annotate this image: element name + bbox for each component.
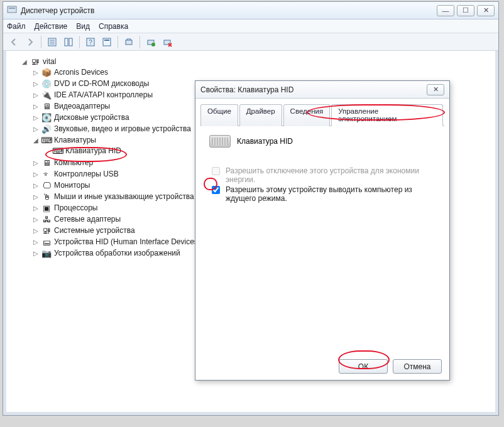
menu-bar: Файл Действие Вид Справка [3, 19, 498, 33]
device-category-icon: 🖴 [41, 237, 52, 247]
svg-rect-6 [65, 38, 68, 46]
tree-item-label: Дисковые устройства [54, 113, 129, 122]
allow-turn-off-checkbox [212, 167, 220, 175]
device-category-icon: 🖥 [41, 158, 52, 168]
tab-strip: Общие Драйвер Сведения Управление электр… [200, 104, 444, 126]
allow-wake-row[interactable]: Разрешить этому устройству выводить комп… [209, 185, 436, 203]
toolbar-enable-icon[interactable] [144, 35, 158, 49]
tree-item-label: Устройства обработки изображений [54, 249, 180, 257]
expand-icon[interactable]: ▷ [32, 205, 39, 212]
allow-turn-off-label: Разрешить отключение этого устройства дл… [226, 166, 436, 184]
device-category-icon: 🖳 [41, 225, 52, 235]
svg-rect-10 [103, 38, 111, 46]
ok-button[interactable]: ОК [339, 359, 388, 374]
cancel-button[interactable]: Отмена [393, 359, 442, 374]
tree-item-label: Мониторы [54, 181, 90, 190]
toolbar-detail-icon[interactable] [45, 35, 59, 49]
tree-item-label: Видеоадаптеры [54, 102, 110, 111]
tab-power-management[interactable]: Управление электропитанием [331, 104, 443, 126]
tree-item-label: DVD и CD-ROM дисководы [54, 79, 149, 88]
back-button[interactable] [7, 35, 21, 49]
tree-item-label: Системные устройства [54, 226, 135, 235]
toolbar-disable-icon[interactable] [160, 35, 174, 49]
menu-file[interactable]: Файл [7, 22, 26, 31]
tree-item-label: Устройства HID (Human Interface Devices) [54, 237, 200, 246]
forward-button[interactable] [23, 35, 37, 49]
device-category-icon: 🖥 [41, 101, 52, 111]
tree-item-label: IDE ATA/ATAPI контроллеры [54, 90, 153, 99]
tree-item-label: Клавиатуры [54, 136, 96, 144]
tab-general[interactable]: Общие [200, 104, 238, 126]
expand-icon[interactable]: ▷ [32, 159, 39, 166]
tree-root[interactable]: ◢ 🖳 vital [21, 57, 492, 67]
toolbar-list-icon[interactable] [62, 35, 75, 49]
tab-driver[interactable]: Драйвер [239, 104, 282, 126]
svg-point-14 [151, 43, 155, 46]
tree-item-label: Процессоры [54, 203, 98, 212]
device-category-icon: ⌨ [41, 135, 52, 145]
dialog-title: Свойства: Клавиатура HID [200, 85, 293, 94]
toolbar-properties-icon[interactable] [100, 35, 114, 49]
device-category-icon: ▣ [41, 203, 52, 213]
properties-dialog: Свойства: Клавиатура HID ✕ Общие Драйвер… [195, 80, 450, 381]
allow-wake-label: Разрешить этому устройству выводить комп… [226, 185, 436, 203]
toolbar-help-icon[interactable]: ? [84, 35, 97, 49]
tree-root-label: vital [43, 57, 56, 66]
device-icon: ⌨ [53, 146, 63, 156]
tree-item-label: Сетевые адаптеры [54, 215, 121, 224]
device-category-icon: 💿 [41, 78, 52, 89]
expand-icon[interactable]: ▷ [32, 227, 39, 234]
collapse-icon[interactable]: ◢ [32, 137, 39, 144]
svg-rect-1 [9, 8, 15, 9]
collapse-icon[interactable]: ◢ [21, 58, 28, 65]
expand-icon[interactable]: ▷ [32, 239, 39, 246]
minimize-button[interactable]: — [437, 5, 454, 16]
expand-icon[interactable]: ▷ [32, 216, 39, 223]
tab-panel-power: Клавиатура HID Разрешить отключение этог… [200, 126, 444, 360]
tab-details[interactable]: Сведения [283, 104, 331, 126]
device-category-icon: 🖵 [41, 180, 52, 190]
svg-rect-12 [126, 40, 132, 45]
device-category-icon: 🖱 [41, 192, 52, 202]
close-button[interactable]: ✕ [477, 5, 495, 16]
maximize-button[interactable]: ☐ [457, 5, 474, 16]
svg-rect-7 [69, 38, 72, 46]
expand-icon[interactable]: ▷ [32, 92, 39, 99]
expand-icon[interactable]: ▷ [32, 182, 39, 189]
tree-item-label: Мыши и иные указывающие устройства [54, 192, 194, 201]
allow-wake-checkbox[interactable] [212, 186, 220, 194]
expand-icon[interactable]: ▷ [32, 250, 39, 257]
dialog-close-button[interactable]: ✕ [427, 84, 444, 95]
tree-item-label: Клавиатура HID [65, 146, 121, 155]
device-category-icon: 📷 [41, 248, 52, 258]
expand-icon[interactable]: ▷ [32, 126, 39, 132]
device-category-icon: 💽 [41, 112, 52, 122]
device-category-icon: 🔌 [41, 90, 52, 100]
expand-icon[interactable]: ▷ [32, 171, 39, 178]
svg-rect-0 [8, 6, 16, 13]
window-icon [7, 4, 17, 16]
toolbar-scan-icon[interactable] [122, 35, 136, 49]
tree-item-label: Контроллеры USB [54, 170, 119, 178]
window-title: Диспетчер устройств [21, 6, 94, 15]
expand-icon[interactable]: ▷ [32, 114, 39, 121]
expand-icon[interactable]: ▷ [32, 69, 39, 76]
menu-view[interactable]: Вид [76, 22, 90, 31]
toolbar: ? [3, 33, 498, 51]
device-category-icon: 🖧 [41, 214, 52, 224]
device-category-icon: 🔊 [41, 124, 52, 134]
expand-icon[interactable]: ▷ [32, 80, 39, 87]
device-category-icon: 📦 [41, 67, 52, 77]
titlebar[interactable]: Диспетчер устройств — ☐ ✕ [3, 2, 498, 19]
tree-item-label: Acronis Devices [54, 68, 108, 77]
svg-rect-11 [104, 40, 109, 41]
tree-item[interactable]: ▷ 📦 Acronis Devices [32, 67, 492, 77]
tree-item-label: Компьютер [54, 158, 93, 167]
menu-help[interactable]: Справка [99, 22, 128, 31]
device-category-icon: ᯤ [41, 169, 52, 179]
expand-icon[interactable]: ▷ [32, 193, 39, 200]
allow-turn-off-row: Разрешить отключение этого устройства дл… [209, 166, 436, 184]
expand-icon[interactable]: ▷ [32, 103, 39, 110]
menu-action[interactable]: Действие [35, 22, 68, 31]
dialog-titlebar[interactable]: Свойства: Клавиатура HID ✕ [195, 81, 449, 99]
